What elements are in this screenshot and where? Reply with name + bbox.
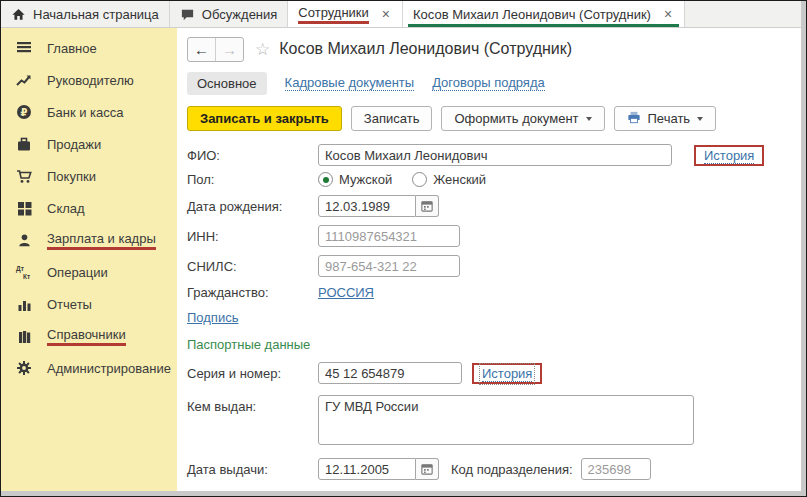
gender-male-radio[interactable]: Мужской	[318, 172, 392, 187]
close-icon[interactable]: ×	[662, 6, 674, 22]
issued-by-label: Кем выдан:	[187, 395, 318, 414]
passport-history-annotation-box: История	[472, 363, 542, 384]
sidebar-item-label: Отчеты	[47, 297, 92, 312]
print-label: Печать	[648, 111, 691, 126]
tab-main[interactable]: Основное	[187, 72, 267, 95]
tab-discussions[interactable]: Обсуждения	[170, 1, 289, 27]
print-button[interactable]: Печать	[614, 106, 717, 131]
calendar-icon[interactable]	[416, 195, 439, 217]
person-icon	[14, 231, 34, 249]
passport-history-link[interactable]: История	[482, 366, 532, 382]
sidebar-item-payroll-hr[interactable]: Зарплата и кадры	[1, 224, 177, 256]
division-code-label: Код подразделения:	[451, 462, 573, 477]
briefcase-icon	[14, 135, 34, 153]
fio-label: ФИО:	[187, 148, 318, 163]
tab-label: Начальная страница	[33, 7, 159, 22]
signature-link[interactable]: Подпись	[187, 310, 238, 325]
window-bottom-border	[1, 491, 801, 496]
citizenship-label: Гражданство:	[187, 285, 318, 300]
radio-selected-icon	[318, 172, 333, 187]
create-document-button[interactable]: Оформить документ	[441, 106, 604, 131]
trend-icon	[14, 71, 34, 89]
issue-date-input[interactable]	[318, 458, 416, 480]
tab-label: Косов Михаил Леонидович (Сотрудник)	[413, 7, 651, 22]
sidebar-item-sales[interactable]: Продажи	[1, 128, 177, 160]
save-button[interactable]: Записать	[351, 106, 433, 131]
sidebar-item-label: Руководителю	[47, 73, 134, 88]
sidebar-item-label: Справочники	[47, 327, 126, 346]
sidebar-item-administration[interactable]: Администрирование	[1, 352, 177, 384]
citizenship-link[interactable]: РОССИЯ	[318, 285, 374, 300]
inn-input[interactable]	[318, 225, 460, 247]
sidebar-item-label: Главное	[47, 41, 97, 56]
save-and-close-button[interactable]: Записать и закрыть	[187, 106, 342, 131]
gender-male-label: Мужской	[339, 172, 392, 187]
forward-button[interactable]: →	[216, 38, 243, 61]
printer-icon	[627, 111, 641, 127]
page-title: Косов Михаил Леонидович (Сотрудник)	[279, 40, 572, 58]
ruble-icon: ₽	[14, 103, 34, 121]
close-icon[interactable]: ×	[380, 6, 392, 22]
fio-input[interactable]	[318, 144, 672, 166]
calendar-icon[interactable]	[416, 458, 439, 480]
svg-text:₽: ₽	[21, 107, 28, 118]
history-nav: ← →	[187, 37, 244, 62]
sidebar-item-reports[interactable]: Отчеты	[1, 288, 177, 320]
sections-panel: Главное Руководителю ₽ Банк и касса Прод…	[1, 28, 177, 491]
sidebar-item-bank-cash[interactable]: ₽ Банк и касса	[1, 96, 177, 128]
tab-employee-card[interactable]: Косов Михаил Леонидович (Сотрудник) ×	[403, 1, 685, 27]
sidebar-item-label: Продажи	[47, 137, 101, 152]
issue-date-group	[318, 458, 439, 480]
gear-icon	[14, 359, 34, 377]
menu-icon	[14, 39, 34, 57]
chat-icon	[180, 7, 195, 22]
gender-female-radio[interactable]: Женский	[412, 172, 486, 187]
division-code-input[interactable]	[581, 458, 651, 480]
snils-label: СНИЛС:	[187, 259, 318, 274]
sidebar-item-label: Администрирование	[47, 361, 171, 376]
sidebar-item-label: Операции	[47, 265, 108, 280]
birth-date-group	[318, 195, 439, 217]
window-tabbar: Начальная страница Обсуждения Сотрудники…	[1, 1, 801, 28]
gender-label: Пол:	[187, 172, 318, 187]
sidebar-item-label: Покупки	[47, 169, 96, 184]
employee-form: ← → ☆ Косов Михаил Леонидович (Сотрудник…	[177, 28, 801, 491]
passport-section-header: Паспортные данные	[187, 337, 791, 352]
dtkt-icon: ДтКт	[14, 263, 34, 281]
sidebar-item-warehouse[interactable]: Склад	[1, 192, 177, 224]
issued-by-textarea[interactable]: ГУ МВД России	[318, 395, 694, 445]
passport-number-input[interactable]	[318, 362, 462, 384]
sidebar-item-label: Склад	[47, 201, 85, 216]
radio-unselected-icon	[412, 172, 427, 187]
sidebar-item-main[interactable]: Главное	[1, 32, 177, 64]
birth-date-input[interactable]	[318, 195, 416, 217]
sidebar-item-operations[interactable]: ДтКт Операции	[1, 256, 177, 288]
sidebar-item-manager[interactable]: Руководителю	[1, 64, 177, 96]
fio-history-annotation-box: История	[694, 145, 764, 166]
sidebar-item-purchases[interactable]: Покупки	[1, 160, 177, 192]
books-icon	[14, 327, 34, 345]
svg-text:Кт: Кт	[23, 273, 30, 280]
favorite-star-icon[interactable]: ☆	[255, 39, 270, 60]
tab-hr-documents[interactable]: Кадровые документы	[285, 75, 415, 91]
chevron-down-icon	[586, 117, 592, 121]
cart-icon	[14, 167, 34, 185]
home-icon	[11, 7, 26, 22]
back-button[interactable]: ←	[188, 38, 216, 61]
birth-date-label: Дата рождения:	[187, 199, 318, 214]
inn-label: ИНН:	[187, 229, 318, 244]
grid-icon	[14, 199, 34, 217]
sidebar-item-directories[interactable]: Справочники	[1, 320, 177, 352]
snils-input[interactable]	[318, 255, 460, 277]
issue-date-label: Дата выдачи:	[187, 462, 318, 477]
app-window: Начальная страница Обсуждения Сотрудники…	[0, 0, 807, 497]
gender-female-label: Женский	[433, 172, 486, 187]
chevron-down-icon	[697, 117, 703, 121]
fio-history-link[interactable]: История	[704, 148, 754, 164]
create-document-label: Оформить документ	[454, 111, 578, 126]
tab-home-page[interactable]: Начальная страница	[1, 1, 170, 27]
sidebar-item-label: Зарплата и кадры	[47, 231, 156, 250]
active-tab-underline	[408, 24, 679, 27]
tab-employees[interactable]: Сотрудники ×	[288, 1, 403, 27]
tab-work-contracts[interactable]: Договоры подряда	[432, 75, 545, 91]
